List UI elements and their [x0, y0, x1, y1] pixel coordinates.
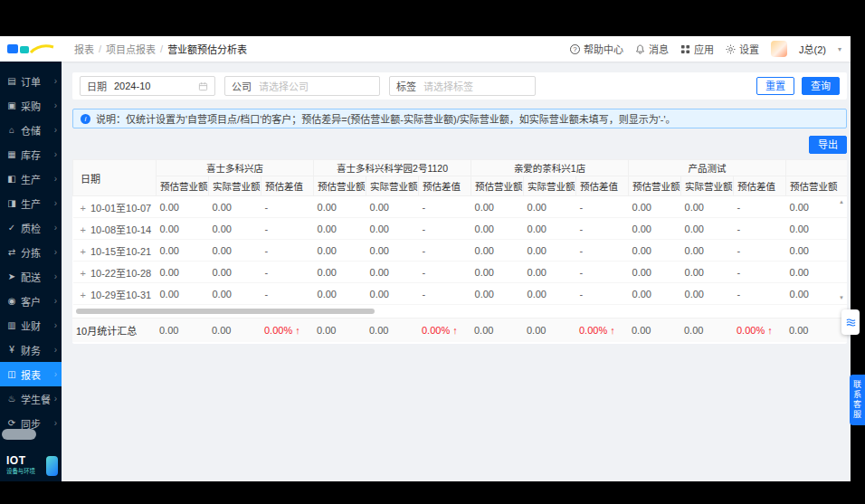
value-cell: 0.00 [786, 283, 847, 305]
value-cell: 0.00 [681, 262, 734, 283]
sidebar-scrollbar[interactable] [2, 429, 36, 440]
settings-link[interactable]: 设置 [726, 42, 759, 56]
iot-title: IOT [6, 455, 43, 466]
sidebar-item-sorting[interactable]: ⇄分拣› [0, 240, 62, 264]
sidebar: ▤订单›▣采购›⌂仓储›▦库存›◧生产›◨生产›✓质检›⇄分拣›➤配送›◉客户›… [0, 62, 62, 481]
sidebar-item-quality[interactable]: ✓质检› [0, 215, 62, 240]
sidebar-item-delivery[interactable]: ➤配送› [0, 264, 62, 289]
summary-label: 10月统计汇总 [72, 319, 156, 342]
reset-button[interactable]: 重置 [756, 77, 794, 95]
sidebar-item-warehouse[interactable]: ⌂仓储› [0, 118, 62, 142]
table-row-1: +10-08至10-140.000.00-0.000.00-0.000.00-0… [73, 218, 848, 240]
company-filter[interactable]: 公司 请选择公司 [224, 76, 380, 96]
sidebar-item-finance[interactable]: ¥财务› [0, 338, 62, 362]
value-cell: 0.00 [681, 196, 734, 218]
value-cell: 0.00 [629, 218, 681, 240]
horizontal-scrollbar[interactable] [72, 307, 847, 316]
expand-icon[interactable]: + [81, 268, 86, 279]
user-name[interactable]: J总(2) [799, 42, 826, 56]
sidebar-item-biz-finance[interactable]: ▥业财› [0, 313, 62, 338]
column-header-overflow: 预估营业额 [786, 176, 847, 196]
table-group-row: 日期 喜士多科兴店 喜士多科兴科学园2号1120 亲爱的茶科兴1店 产品测试 [73, 160, 848, 176]
column-header-2-2: 预估差值 [576, 176, 629, 196]
chevron-right-icon: › [54, 320, 57, 330]
expand-icon[interactable]: + [81, 246, 86, 257]
group-header-0: 喜士多科兴店 [157, 160, 314, 176]
sidebar-item-production-1[interactable]: ◧生产› [0, 166, 62, 191]
summary-clip: 10月统计汇总0.000.000.00% ↑0.000.000.00% ↑0.0… [72, 318, 847, 342]
scroll-up-arrow[interactable]: ▲ [839, 199, 844, 204]
messages-link[interactable]: 消息 [635, 42, 669, 56]
production-2-icon: ◨ [6, 198, 17, 208]
breadcrumb-item-0[interactable]: 报表 [74, 42, 94, 56]
table-row-4: +10-29至10-310.000.00-0.000.00-0.000.00-0… [73, 283, 848, 305]
sidebar-item-production-2[interactable]: ◨生产› [0, 191, 62, 215]
scrollbar-thumb[interactable] [76, 309, 375, 314]
value-cell: 0.00 [314, 262, 366, 283]
date-filter-value: 2024-10 [114, 81, 150, 91]
scroll-down-arrow[interactable]: ▼ [839, 295, 844, 300]
info-banner: i 说明：仅统计设置为'自营项目点/档口'的客户；预估差异=(预估营业额-实际营… [72, 109, 847, 128]
sidebar-item-label: 分拣 [21, 245, 51, 260]
column-header-3-1: 实际营业额 [681, 176, 734, 196]
date-range: 10-22至10-28 [90, 268, 151, 279]
expand-icon[interactable]: + [81, 224, 86, 235]
value-cell: - [734, 218, 786, 240]
apps-label: 应用 [694, 42, 714, 56]
app-body: ▤订单›▣采购›⌂仓储›▦库存›◧生产›◨生产›✓质检›⇄分拣›➤配送›◉客户›… [0, 62, 851, 481]
value-cell: 0.00 [209, 240, 261, 262]
summary-cell: 0.00% ↑ [733, 319, 785, 342]
value-cell: 0.00 [524, 240, 576, 262]
value-cell: 0.00 [629, 283, 681, 305]
breadcrumb-item-1[interactable]: 项目点报表 [106, 42, 156, 56]
service-widget[interactable] [841, 309, 860, 335]
app-logo[interactable] [0, 42, 62, 56]
expand-icon[interactable]: + [81, 203, 86, 214]
contact-service-tab[interactable]: 联系客服 [850, 375, 865, 425]
table-subheader-row: 预估营业额实际营业额预估差值预估营业额实际营业额预估差值预估营业额实际营业额预估… [73, 176, 848, 196]
breadcrumb-separator: / [160, 43, 163, 54]
summary-cell: 0.00% ↑ [418, 319, 471, 342]
summary-cell: 0.00 [523, 319, 575, 342]
sidebar-item-customer[interactable]: ◉客户› [0, 289, 62, 313]
value-cell: - [261, 283, 314, 305]
top-header: 报表/项目点报表/营业额预估分析表 ? 帮助中心 消息 应用 [0, 36, 851, 62]
value-cell: 0.00 [524, 196, 576, 218]
sidebar-item-inventory[interactable]: ▦库存› [0, 142, 62, 166]
tag-filter[interactable]: 标签 请选择标签 [389, 76, 536, 96]
column-header-2-1: 实际营业额 [524, 176, 576, 196]
date-range: 10-29至10-31 [90, 290, 151, 300]
chevron-right-icon: › [54, 418, 57, 428]
summary-cell: 0.00 [680, 319, 733, 342]
student-meal-icon: ♨ [6, 394, 17, 404]
main-content: 日期 2024-10 公司 请选择公司 标签 请选择标签 [62, 62, 851, 481]
tag-filter-label: 标签 [396, 79, 416, 93]
export-button[interactable]: 导出 [809, 136, 847, 154]
apps-icon [680, 44, 690, 54]
sidebar-item-label: 客户 [21, 294, 51, 309]
value-cell: 0.00 [471, 262, 524, 283]
group-header-2: 亲爱的茶科兴1店 [471, 160, 629, 176]
apps-link[interactable]: 应用 [680, 42, 714, 56]
value-cell: - [734, 283, 786, 305]
sidebar-item-orders[interactable]: ▤订单› [0, 69, 62, 93]
value-cell: - [261, 262, 314, 283]
finance-icon: ¥ [6, 345, 17, 355]
value-cell: 0.00 [471, 218, 524, 240]
column-header-3-2: 预估差值 [734, 176, 786, 196]
group-header-3: 产品测试 [629, 160, 786, 176]
help-center-link[interactable]: ? 帮助中心 [570, 42, 623, 56]
app-window: 报表/项目点报表/营业额预估分析表 ? 帮助中心 消息 应用 [0, 36, 851, 481]
value-cell: 0.00 [209, 262, 261, 283]
value-cell: - [576, 283, 629, 305]
expand-icon[interactable]: + [81, 290, 86, 300]
sidebar-item-student-meal[interactable]: ♨学生餐› [0, 386, 62, 411]
date-filter[interactable]: 日期 2024-10 [80, 76, 215, 96]
avatar[interactable] [771, 41, 787, 57]
sidebar-item-purchase[interactable]: ▣采购› [0, 93, 62, 118]
sidebar-item-reports[interactable]: ◫报表› [0, 362, 62, 386]
value-cell: - [419, 196, 471, 218]
query-button[interactable]: 查询 [802, 77, 840, 95]
chevron-right-icon: › [54, 125, 57, 135]
value-cell: - [576, 218, 629, 240]
